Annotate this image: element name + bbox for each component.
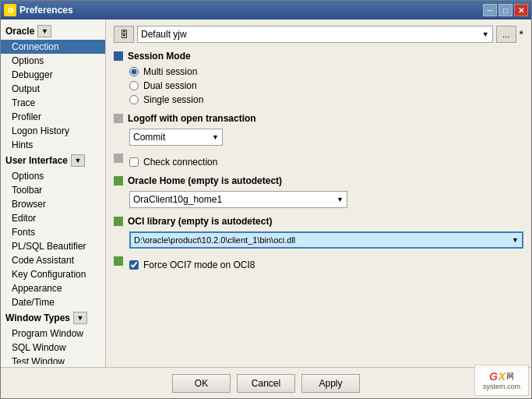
- oracle-group-label: Oracle: [5, 26, 34, 37]
- sidebar-group-user-interface[interactable]: User Interface ▼: [1, 152, 105, 169]
- sidebar-item-fonts[interactable]: Fonts: [1, 225, 105, 239]
- sidebar-item-test-window[interactable]: Test Window: [1, 355, 105, 364]
- sidebar-item-program-window[interactable]: Program Window: [1, 327, 105, 341]
- main-panel: 🗄 Default yjw ▼ ... * Session Mode: [106, 19, 531, 367]
- force-oci7-row: Force OCI7 mode on OCI8: [114, 260, 523, 270]
- session-mode-options: Multi session Dual session Single sessio…: [114, 66, 523, 105]
- close-button[interactable]: ✕: [514, 4, 528, 16]
- sidebar-item-logon-history[interactable]: Logon History: [1, 124, 105, 138]
- content-area: Oracle ▼ Connection Options Debugger Out…: [1, 19, 531, 367]
- watermark-x: X: [499, 370, 506, 383]
- oci-library-select-value: D:\oracle\product\10.2.0\client_1\bin\oc…: [134, 235, 295, 245]
- minimize-button[interactable]: ─: [483, 4, 497, 16]
- oracle-home-section: Oracle Home (empty is autodetect) OraCli…: [114, 175, 523, 208]
- radio-single-session[interactable]: Single session: [129, 94, 523, 105]
- logoff-indicator: [114, 114, 123, 123]
- sidebar-item-browser[interactable]: Browser: [1, 197, 105, 211]
- bottom-bar: OK Cancel Apply: [1, 367, 531, 398]
- session-mode-header: Session Mode: [114, 51, 523, 62]
- dots-label: ...: [502, 30, 509, 39]
- sidebar-item-key-configuration[interactable]: Key Configuration: [1, 267, 105, 281]
- window-controls: ─ □ ✕: [483, 4, 528, 16]
- radio-single-session-label: Single session: [143, 94, 203, 105]
- toolbar-asterisk: *: [520, 28, 523, 41]
- session-mode-indicator: [114, 51, 123, 61]
- sidebar-item-sql-window[interactable]: SQL Window: [1, 341, 105, 355]
- force-oci7-checkbox[interactable]: [129, 260, 139, 270]
- window-types-group-label: Window Types: [5, 312, 70, 323]
- check-connection-checkbox[interactable]: [129, 157, 139, 167]
- logoff-select-arrow: ▼: [212, 133, 219, 141]
- sidebar-item-plsql-beautifier[interactable]: PL/SQL Beautifier: [1, 239, 105, 253]
- logoff-select[interactable]: Commit ▼: [129, 129, 223, 146]
- logoff-title: Logoff with open transaction: [128, 113, 256, 124]
- radio-dual-session-label: Dual session: [143, 80, 197, 91]
- oracle-home-select[interactable]: OraClient10g_home1 ▼: [129, 191, 347, 208]
- profile-icon-button[interactable]: 🗄: [114, 26, 134, 43]
- session-mode-title: Session Mode: [128, 51, 191, 62]
- profile-dropdown-value: Default yjw: [141, 29, 187, 40]
- sidebar-item-date-time[interactable]: Date/Time: [1, 295, 105, 309]
- oracle-home-title: Oracle Home (empty is autodetect): [128, 175, 282, 186]
- oracle-home-dropdown-row: OraClient10g_home1 ▼: [114, 191, 523, 208]
- radio-multi-session-input[interactable]: [129, 67, 139, 76]
- sidebar-item-appearance[interactable]: Appearance: [1, 281, 105, 295]
- sidebar-item-code-assistant[interactable]: Code Assistant: [1, 253, 105, 267]
- window-icon: ⚙: [4, 4, 16, 16]
- check-connection-row: Check connection: [114, 157, 523, 168]
- ok-button[interactable]: OK: [172, 374, 231, 393]
- oracle-home-select-arrow: ▼: [336, 196, 344, 203]
- sidebar-group-oracle[interactable]: Oracle ▼: [1, 23, 105, 40]
- preferences-window: ⚙ Preferences ─ □ ✕ Oracle ▼ Connection …: [0, 0, 532, 399]
- radio-multi-session[interactable]: Multi session: [129, 66, 523, 77]
- sidebar-item-connection[interactable]: Connection: [1, 40, 105, 54]
- oracle-home-select-value: OraClient10g_home1: [133, 194, 222, 205]
- session-mode-section: Session Mode Multi session Dual session …: [114, 51, 523, 105]
- radio-dual-session-input[interactable]: [129, 81, 139, 90]
- cancel-button[interactable]: Cancel: [237, 374, 295, 393]
- sidebar: Oracle ▼ Connection Options Debugger Out…: [1, 19, 106, 367]
- sidebar-item-trace[interactable]: Trace: [1, 96, 105, 110]
- window-types-group-arrow[interactable]: ▼: [73, 312, 87, 324]
- oci-library-select[interactable]: D:\oracle\product\10.2.0\client_1\bin\oc…: [129, 231, 523, 249]
- oracle-group-arrow[interactable]: ▼: [37, 25, 51, 37]
- title-bar: ⚙ Preferences ─ □ ✕: [1, 1, 531, 19]
- watermark-site: system.com: [483, 383, 520, 390]
- user-interface-group-arrow[interactable]: ▼: [71, 154, 85, 167]
- sidebar-item-output[interactable]: Output: [1, 82, 105, 96]
- sidebar-item-profiler[interactable]: Profiler: [1, 110, 105, 124]
- oci-library-section: OCI library (empty is autodetect) D:\ora…: [114, 216, 523, 249]
- profile-dropdown[interactable]: Default yjw ▼: [137, 26, 493, 43]
- sidebar-item-debugger[interactable]: Debugger: [1, 68, 105, 82]
- sidebar-item-options-ui[interactable]: Options: [1, 169, 105, 183]
- sidebar-item-editor[interactable]: Editor: [1, 211, 105, 225]
- oci-library-title: OCI library (empty is autodetect): [128, 216, 272, 227]
- oracle-home-indicator: [114, 176, 123, 185]
- maximize-button[interactable]: □: [499, 4, 513, 16]
- force-oci7-section: Force OCI7 mode on OCI8: [114, 256, 523, 270]
- watermark: G X 网 system.com: [474, 365, 529, 396]
- check-connection-label: Check connection: [143, 157, 217, 168]
- sidebar-item-hints[interactable]: Hints: [1, 138, 105, 152]
- logoff-header: Logoff with open transaction: [114, 113, 523, 124]
- radio-multi-session-label: Multi session: [143, 66, 197, 77]
- sidebar-item-toolbar[interactable]: Toolbar: [1, 183, 105, 197]
- logoff-dropdown-row: Commit ▼: [114, 129, 523, 146]
- oci-library-row: D:\oracle\product\10.2.0\client_1\bin\oc…: [114, 231, 523, 249]
- user-interface-group-label: User Interface: [5, 155, 68, 166]
- toolbar-row: 🗄 Default yjw ▼ ... *: [114, 26, 523, 43]
- radio-dual-session[interactable]: Dual session: [129, 80, 523, 91]
- sidebar-item-options-oracle[interactable]: Options: [1, 54, 105, 68]
- oci-library-indicator: [114, 217, 123, 226]
- apply-button[interactable]: Apply: [301, 374, 360, 393]
- watermark-network: 网: [506, 371, 514, 382]
- profile-dropdown-arrow: ▼: [482, 30, 489, 38]
- toolbar-dots-button[interactable]: ...: [496, 26, 516, 43]
- force-oci7-indicator: [114, 256, 123, 266]
- radio-single-session-input[interactable]: [129, 95, 139, 104]
- check-connection-indicator: [114, 154, 123, 163]
- sidebar-group-window-types[interactable]: Window Types ▼: [1, 309, 105, 327]
- watermark-g: G: [489, 370, 498, 383]
- oci-library-select-arrow: ▼: [512, 236, 519, 244]
- check-connection-section: Check connection: [114, 154, 523, 168]
